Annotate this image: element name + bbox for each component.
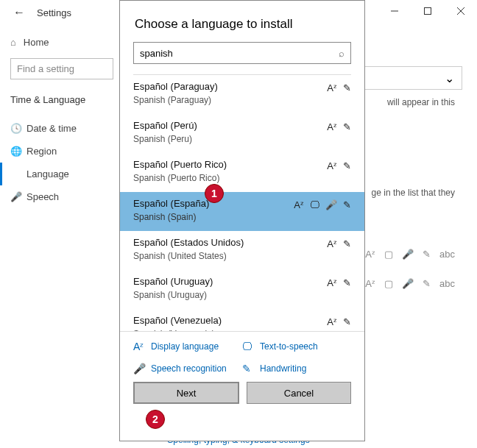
search-icon: ⌕	[339, 48, 344, 59]
language-native-name: Español (Paraguay)	[133, 81, 351, 92]
home-label: Home	[24, 37, 49, 48]
bg-text-fragment-1: will appear in this	[387, 97, 455, 107]
language-native-name: Español (Uruguay)	[133, 276, 351, 287]
language-feature-icons: Aᶻ✎	[327, 316, 351, 327]
settings-title: Settings	[37, 7, 71, 18]
sidebar-item-region[interactable]: 🌐Region	[0, 140, 110, 163]
close-button[interactable]	[444, 0, 477, 22]
legend-tts: 🖵Text-to-speech	[242, 341, 351, 352]
sidebar-item-datetime[interactable]: 🕓Date & time	[0, 117, 110, 140]
bg-text-fragment-2: ge in the list that they	[372, 188, 455, 198]
speech-icon: 🎤	[325, 199, 337, 210]
modal-title: Choose a language to install	[120, 1, 364, 42]
language-native-name: Español (Puerto Rico)	[133, 159, 351, 170]
hand-icon: ✎	[343, 82, 351, 93]
language-native-name: Español (Estados Unidos)	[133, 237, 351, 248]
language-english-name: Spanish (United States)	[133, 251, 351, 261]
legend-display: AᶻDisplay language	[133, 341, 242, 352]
window-controls	[378, 0, 477, 22]
language-feature-icons: Aᶻ✎	[327, 277, 351, 288]
disp-icon: Aᶻ	[294, 199, 304, 210]
disp-icon: Aᶻ	[327, 277, 337, 288]
bg-icon-row-2: Aᶻ▢🎤✎abc	[365, 278, 455, 289]
sidebar-item-language[interactable]: Language	[0, 163, 110, 185]
language-english-name: Spanish (Peru)	[133, 134, 351, 144]
language-item[interactable]: Español (Puerto Rico)Spanish (Puerto Ric…	[120, 153, 364, 192]
hand-icon: ✎	[343, 199, 351, 210]
find-setting-input[interactable]: Find a setting	[10, 58, 113, 79]
language-item[interactable]: Español (Paraguay)Spanish (Paraguay)Aᶻ✎	[120, 75, 364, 114]
tts-icon: 🖵	[242, 341, 254, 352]
disp-icon: Aᶻ	[327, 82, 337, 93]
sidebar-home[interactable]: ⌂ Home	[10, 37, 110, 48]
language-feature-icons: Aᶻ✎	[327, 160, 351, 171]
hand-icon: ✎	[343, 316, 351, 327]
bg-icon-row-1: Aᶻ▢🎤✎abc	[365, 249, 455, 260]
language-item[interactable]: Español (Perú)Spanish (Peru)Aᶻ✎	[120, 114, 364, 153]
home-icon: ⌂	[10, 37, 16, 48]
settings-sidebar: ⌂ Home Find a setting Time & Language 🕓D…	[0, 29, 118, 208]
sidebar-item-speech[interactable]: 🎤Speech	[0, 185, 110, 208]
hand-icon: ✎	[343, 160, 351, 171]
mic-icon: 🎤	[10, 191, 26, 202]
language-item[interactable]: Español (Venezuela)Spanish (Venezuela)Aᶻ…	[120, 309, 364, 331]
back-arrow-icon[interactable]: ←	[13, 6, 25, 19]
disp-icon: Aᶻ	[327, 160, 337, 171]
language-english-name: Spanish (Puerto Rico)	[133, 173, 351, 183]
language-native-name: Español (Venezuela)	[133, 315, 351, 326]
language-feature-icons: Aᶻ✎	[327, 238, 351, 249]
disp-icon: Aᶻ	[327, 121, 337, 132]
language-search-input[interactable]	[140, 48, 339, 59]
display-language-icon: Aᶻ	[133, 341, 145, 352]
disp-icon: Aᶻ	[327, 238, 337, 249]
clock-icon: 🕓	[10, 123, 26, 134]
handwriting-icon: ✎	[242, 363, 254, 374]
language-install-modal: Choose a language to install ⌕ Español (…	[119, 0, 365, 441]
legend: AᶻDisplay language 🖵Text-to-speech 🎤Spee…	[120, 331, 364, 382]
annotation-marker-1: 1	[205, 184, 224, 203]
sidebar-section-title: Time & Language	[10, 94, 110, 105]
language-item[interactable]: Español (Uruguay)Spanish (Uruguay)Aᶻ✎	[120, 270, 364, 309]
legend-handwriting: ✎Handwriting	[242, 363, 351, 374]
disp-icon: Aᶻ	[327, 316, 337, 327]
annotation-marker-2: 2	[146, 410, 165, 429]
language-english-name: Spanish (Uruguay)	[133, 290, 351, 300]
language-english-name: Spanish (Venezuela)	[133, 329, 351, 331]
speech-icon: 🎤	[133, 363, 145, 374]
language-feature-icons: Aᶻ✎	[327, 121, 351, 132]
tts-icon: 🖵	[310, 199, 319, 210]
hand-icon: ✎	[343, 277, 351, 288]
cancel-button[interactable]: Cancel	[247, 382, 351, 404]
language-english-name: Spanish (Spain)	[133, 212, 351, 222]
language-item[interactable]: Español (Estados Unidos)Spanish (United …	[120, 231, 364, 270]
hand-icon: ✎	[343, 121, 351, 132]
legend-speech: 🎤Speech recognition	[133, 363, 242, 374]
svg-rect-1	[424, 8, 431, 15]
globe-icon: 🌐	[10, 146, 26, 157]
next-button[interactable]: Next	[133, 382, 239, 404]
language-list[interactable]: Español (Paraguay)Spanish (Paraguay)Aᶻ✎E…	[120, 75, 364, 331]
minimize-button[interactable]	[378, 0, 411, 22]
language-native-name: Español (Perú)	[133, 120, 351, 131]
language-english-name: Spanish (Paraguay)	[133, 95, 351, 105]
maximize-button[interactable]	[411, 0, 444, 22]
language-feature-icons: Aᶻ🖵🎤✎	[294, 199, 351, 210]
hand-icon: ✎	[343, 238, 351, 249]
language-feature-icons: Aᶻ✎	[327, 82, 351, 93]
language-search-box[interactable]: ⌕	[133, 42, 351, 64]
chevron-down-icon: ⌄	[445, 71, 454, 85]
language-item[interactable]: Español (España)Spanish (Spain)Aᶻ🖵🎤✎	[120, 192, 364, 231]
